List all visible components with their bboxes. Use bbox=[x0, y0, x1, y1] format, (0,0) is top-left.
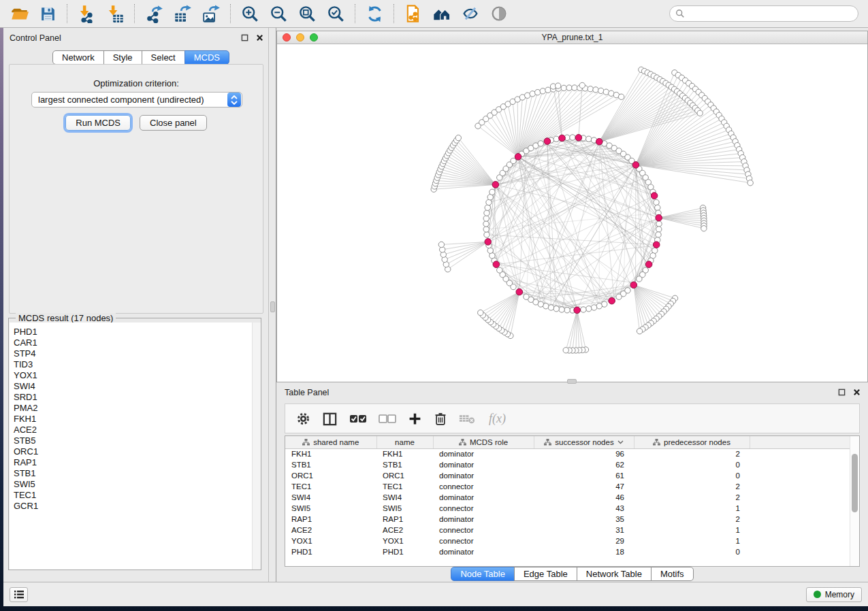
mcds-node[interactable] bbox=[630, 282, 637, 288]
mcds-node[interactable] bbox=[653, 242, 660, 248]
table-row[interactable]: SWI4SWI4dominator462 bbox=[285, 492, 850, 503]
leaf-node[interactable] bbox=[478, 310, 483, 315]
mcds-node[interactable] bbox=[632, 162, 639, 169]
table-row[interactable]: PHD1PHD1dominator180 bbox=[285, 546, 850, 557]
zoom-in-button[interactable] bbox=[240, 4, 259, 23]
network-node[interactable] bbox=[596, 303, 602, 309]
leaf-node[interactable] bbox=[438, 242, 444, 247]
leaf-node[interactable] bbox=[563, 348, 568, 353]
tab-network-table[interactable]: Network Table bbox=[577, 567, 652, 581]
mcds-list-scrollbar[interactable] bbox=[252, 323, 261, 569]
mcds-result-item[interactable]: PMA2 bbox=[14, 403, 252, 414]
mcds-node[interactable] bbox=[493, 261, 500, 268]
mcds-result-item[interactable]: SWI4 bbox=[14, 381, 252, 392]
network-node[interactable] bbox=[616, 294, 622, 299]
network-node[interactable] bbox=[489, 189, 495, 195]
network-node[interactable] bbox=[656, 221, 662, 227]
mcds-result-item[interactable]: STB1 bbox=[14, 468, 252, 479]
tab-edge-table[interactable]: Edge Table bbox=[514, 567, 577, 581]
leaf-node[interactable] bbox=[572, 85, 577, 90]
network-node[interactable] bbox=[559, 307, 564, 312]
zoom-fit-button[interactable] bbox=[298, 4, 317, 23]
function-builder-button[interactable]: f(x) bbox=[487, 410, 515, 427]
table-row[interactable]: ORC1ORC1dominator610 bbox=[285, 470, 850, 481]
column-header-shared-name[interactable]: shared name bbox=[285, 436, 376, 448]
mcds-node[interactable] bbox=[575, 135, 582, 142]
export-network-button[interactable] bbox=[144, 4, 163, 23]
leaf-node[interactable] bbox=[545, 87, 551, 93]
import-network-button[interactable] bbox=[77, 4, 96, 23]
select-all-rows-button[interactable] bbox=[349, 412, 367, 425]
mcds-node[interactable] bbox=[516, 288, 523, 295]
first-neighbors-button[interactable] bbox=[432, 4, 451, 23]
show-columns-button[interactable] bbox=[322, 411, 338, 427]
splitter-handle[interactable] bbox=[270, 301, 275, 312]
run-mcds-button[interactable]: Run MCDS bbox=[65, 115, 131, 131]
mcds-result-item[interactable]: SRD1 bbox=[14, 392, 252, 403]
tab-node-table[interactable]: Node Table bbox=[451, 567, 515, 581]
delete-table-button[interactable] bbox=[459, 412, 476, 425]
network-window-titlebar[interactable]: YPA_prune.txt_1 bbox=[277, 31, 867, 44]
network-node[interactable] bbox=[564, 308, 570, 313]
search-input[interactable] bbox=[688, 9, 852, 18]
tab-network[interactable]: Network bbox=[52, 50, 104, 65]
mcds-result-item[interactable]: TEC1 bbox=[14, 490, 252, 501]
vertical-splitter[interactable] bbox=[269, 28, 276, 582]
mcds-node[interactable] bbox=[645, 261, 652, 268]
close-panel-button-2[interactable]: Close panel bbox=[140, 115, 207, 131]
mcds-result-item[interactable]: PHD1 bbox=[14, 327, 252, 337]
close-panel-button[interactable] bbox=[255, 33, 264, 42]
import-table-button[interactable] bbox=[106, 4, 125, 23]
mcds-result-item[interactable]: ACE2 bbox=[14, 425, 252, 435]
network-node[interactable] bbox=[655, 205, 660, 210]
network-node[interactable] bbox=[586, 306, 592, 312]
save-session-button[interactable] bbox=[38, 4, 57, 23]
leaf-node[interactable] bbox=[598, 88, 604, 93]
mcds-node[interactable] bbox=[559, 135, 566, 142]
hide-selection-button[interactable] bbox=[461, 4, 480, 23]
network-node[interactable] bbox=[553, 306, 559, 312]
new-network-from-selection-button[interactable] bbox=[404, 4, 423, 23]
export-image-button[interactable] bbox=[202, 4, 221, 23]
zoom-selected-button[interactable] bbox=[326, 4, 345, 23]
network-node[interactable] bbox=[484, 210, 489, 216]
mcds-result-item[interactable]: SWI5 bbox=[14, 479, 252, 490]
network-node[interactable] bbox=[656, 232, 661, 237]
table-scrollbar[interactable] bbox=[850, 436, 859, 566]
network-node[interactable] bbox=[654, 199, 659, 205]
leaf-node[interactable] bbox=[697, 110, 703, 116]
table-row[interactable]: ACE2ACE2connector311 bbox=[285, 525, 850, 535]
mcds-node[interactable] bbox=[485, 239, 492, 246]
tab-mcds[interactable]: MCDS bbox=[184, 50, 229, 65]
table-row[interactable]: TEC1TEC1connector472 bbox=[285, 481, 850, 492]
column-header-successor-nodes[interactable]: successor nodes bbox=[534, 436, 634, 448]
leaf-node[interactable] bbox=[579, 82, 585, 88]
task-history-button[interactable] bbox=[10, 587, 28, 602]
column-header-name[interactable]: name bbox=[376, 436, 433, 448]
leaf-node[interactable] bbox=[748, 180, 753, 186]
network-node[interactable] bbox=[553, 136, 559, 142]
float-panel-button[interactable] bbox=[240, 33, 249, 42]
mcds-node[interactable] bbox=[492, 182, 499, 188]
mcds-node[interactable] bbox=[656, 214, 662, 221]
apply-layout-button[interactable] bbox=[365, 4, 384, 23]
leaf-node[interactable] bbox=[701, 226, 707, 231]
network-node[interactable] bbox=[637, 276, 642, 282]
leaf-node[interactable] bbox=[566, 85, 572, 90]
mcds-result-item[interactable]: GCR1 bbox=[14, 501, 252, 512]
table-row[interactable]: YOX1YOX1connector291 bbox=[285, 535, 850, 546]
memory-button[interactable]: Memory bbox=[806, 587, 862, 602]
mcds-result-list[interactable]: PHD1CAR1STP4TID3YOX1SWI4SRD1PMA2FKH1ACE2… bbox=[10, 323, 252, 569]
network-node[interactable] bbox=[483, 221, 489, 227]
mcds-node[interactable] bbox=[596, 138, 602, 145]
leaf-node[interactable] bbox=[555, 83, 560, 88]
network-node[interactable] bbox=[591, 305, 596, 310]
float-table-panel-button[interactable] bbox=[837, 387, 846, 397]
leaf-node[interactable] bbox=[593, 87, 598, 93]
network-node[interactable] bbox=[483, 216, 489, 221]
mcds-result-item[interactable]: RAP1 bbox=[14, 457, 252, 468]
leaf-node[interactable] bbox=[535, 89, 541, 95]
mcds-node[interactable] bbox=[574, 307, 581, 314]
mcds-result-item[interactable]: STB5 bbox=[14, 435, 252, 446]
tab-select[interactable]: Select bbox=[142, 50, 185, 65]
